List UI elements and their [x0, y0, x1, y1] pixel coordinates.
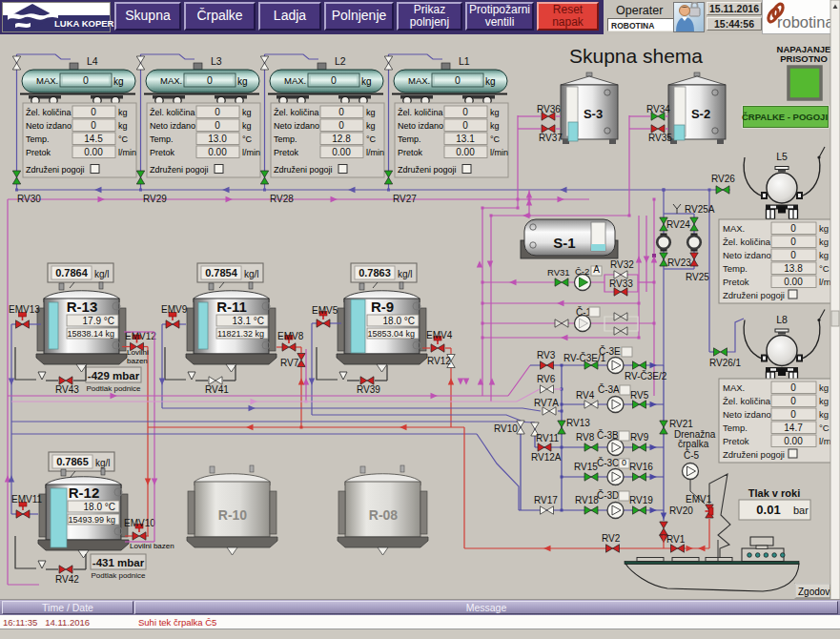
svg-text:Neto izdano: Neto izdano: [723, 409, 771, 420]
svg-text:18.0 °C: 18.0 °C: [383, 316, 415, 326]
svg-text:0: 0: [790, 382, 796, 393]
svg-text:0.7854: 0.7854: [205, 267, 238, 278]
svg-text:12.8: 12.8: [332, 134, 351, 144]
svg-text:Č-3E: Č-3E: [599, 345, 621, 357]
svg-text:RV5: RV5: [630, 390, 649, 401]
svg-text:RV13: RV13: [566, 418, 590, 428]
svg-text:0: 0: [462, 120, 468, 131]
svg-text:MAX.: MAX.: [723, 382, 745, 393]
svg-text:bazen: bazen: [127, 357, 148, 365]
svg-text:bar: bar: [793, 505, 809, 516]
svg-text:14.5: 14.5: [84, 134, 103, 144]
svg-text:RV12A: RV12A: [531, 452, 562, 463]
svg-text:RV7A: RV7A: [534, 398, 559, 408]
svg-text:RV25A: RV25A: [685, 204, 715, 215]
svg-text:kg: kg: [819, 409, 829, 420]
svg-text:Č-5: Č-5: [684, 449, 700, 461]
svg-text:kg: kg: [819, 237, 829, 247]
svg-text:L8: L8: [776, 314, 788, 325]
svg-text:Združeni pogoji: Združeni pogoji: [723, 449, 785, 460]
svg-text:RV4: RV4: [576, 390, 595, 401]
svg-text:Lovilni bazen: Lovilni bazen: [130, 542, 174, 550]
svg-text:R-08: R-08: [369, 507, 399, 523]
svg-text:RV18: RV18: [575, 495, 599, 505]
svg-text:ČRPALKE - POGOJI: ČRPALKE - POGOJI: [742, 112, 828, 122]
svg-text:EMV11: EMV11: [11, 494, 42, 505]
svg-text:RV37: RV37: [539, 133, 563, 143]
svg-text:11821.32 kg: 11821.32 kg: [217, 329, 264, 339]
svg-text:17.9 °C: 17.9 °C: [83, 316, 114, 326]
svg-text:0: 0: [338, 107, 344, 117]
svg-text:RV17: RV17: [534, 495, 558, 505]
svg-text:kg: kg: [819, 223, 829, 234]
svg-text:0: 0: [91, 120, 96, 131]
svg-text:Podtlak podnice: Podtlak podnice: [92, 571, 146, 580]
svg-text:0: 0: [215, 107, 220, 117]
svg-text:Pretok: Pretok: [723, 436, 749, 446]
svg-text:0.00: 0.00: [784, 277, 803, 287]
svg-text:S-3: S-3: [584, 107, 603, 121]
svg-text:kg: kg: [819, 396, 829, 406]
svg-text:kg: kg: [819, 250, 829, 260]
svg-text:RV39: RV39: [357, 384, 380, 395]
svg-text:-431 mbar: -431 mbar: [92, 557, 145, 568]
svg-text:RV25: RV25: [686, 272, 709, 282]
svg-text:Podtlak podnice: Podtlak podnice: [87, 384, 141, 393]
svg-text:RV6: RV6: [537, 374, 556, 384]
svg-text:EMV5: EMV5: [312, 305, 338, 316]
svg-text:RV33: RV33: [609, 278, 633, 289]
svg-text:L3: L3: [211, 55, 222, 67]
svg-text:RV43: RV43: [55, 384, 79, 395]
svg-text:kg/l: kg/l: [398, 269, 413, 279]
svg-text:kg/l: kg/l: [244, 269, 259, 279]
svg-text:Č-2: Č-2: [575, 266, 589, 277]
svg-text:S-1: S-1: [553, 235, 575, 251]
svg-text:EMV4: EMV4: [426, 330, 453, 340]
svg-text:0: 0: [207, 74, 213, 86]
svg-text:0.01: 0.01: [756, 503, 780, 517]
svg-text:RV34: RV34: [646, 104, 670, 114]
svg-text:RV42: RV42: [55, 574, 79, 585]
svg-text:RV11: RV11: [536, 433, 560, 443]
svg-text:Temp.: Temp.: [723, 423, 748, 433]
svg-text:0: 0: [790, 409, 796, 420]
svg-text:0: 0: [790, 250, 796, 260]
svg-text:RV2: RV2: [602, 533, 621, 544]
svg-text:R-10: R-10: [218, 507, 248, 523]
svg-text:13.8: 13.8: [784, 263, 803, 274]
svg-text:0: 0: [338, 120, 344, 131]
svg-text:0.00: 0.00: [208, 147, 227, 157]
svg-text:RV15: RV15: [574, 462, 598, 472]
svg-text:Združeni pogoji: Združeni pogoji: [723, 290, 785, 300]
svg-text:PRISOTNO: PRISOTNO: [780, 53, 828, 64]
svg-text:Lovilni: Lovilni: [127, 348, 149, 357]
svg-text:13.0: 13.0: [208, 134, 227, 144]
svg-text:RV21: RV21: [669, 419, 693, 429]
svg-text:RV26/1: RV26/1: [709, 358, 742, 368]
svg-text:MAX.: MAX.: [723, 223, 745, 234]
svg-text:S-2: S-2: [691, 107, 710, 121]
svg-text:15493.99 kg: 15493.99 kg: [68, 515, 115, 525]
svg-text:Temp.: Temp.: [723, 263, 748, 274]
svg-text:RV8: RV8: [576, 432, 595, 443]
svg-text:Č-3C: Č-3C: [597, 457, 619, 468]
svg-text:0.7865: 0.7865: [56, 456, 89, 467]
svg-text:°C: °C: [819, 263, 830, 274]
svg-text:L1: L1: [459, 55, 470, 67]
svg-text:L2: L2: [335, 55, 346, 67]
svg-text:RV26: RV26: [711, 174, 735, 184]
svg-text:RV27: RV27: [393, 194, 417, 204]
svg-text:Žel. količina: Žel. količina: [723, 396, 771, 406]
svg-text:EMV1: EMV1: [686, 494, 712, 505]
svg-text:0.00: 0.00: [84, 147, 103, 157]
svg-text:Tlak v roki: Tlak v roki: [748, 487, 800, 499]
svg-text:0: 0: [91, 107, 96, 117]
svg-text:13.1: 13.1: [456, 134, 475, 144]
svg-text:RV35: RV35: [648, 133, 672, 143]
svg-text:RV31: RV31: [547, 267, 570, 278]
svg-text:RV30: RV30: [17, 194, 41, 204]
svg-text:RV19: RV19: [629, 495, 653, 505]
svg-text:-429 mbar: -429 mbar: [88, 370, 140, 381]
svg-text:0: 0: [455, 74, 461, 86]
svg-text:EMV9: EMV9: [161, 304, 188, 315]
